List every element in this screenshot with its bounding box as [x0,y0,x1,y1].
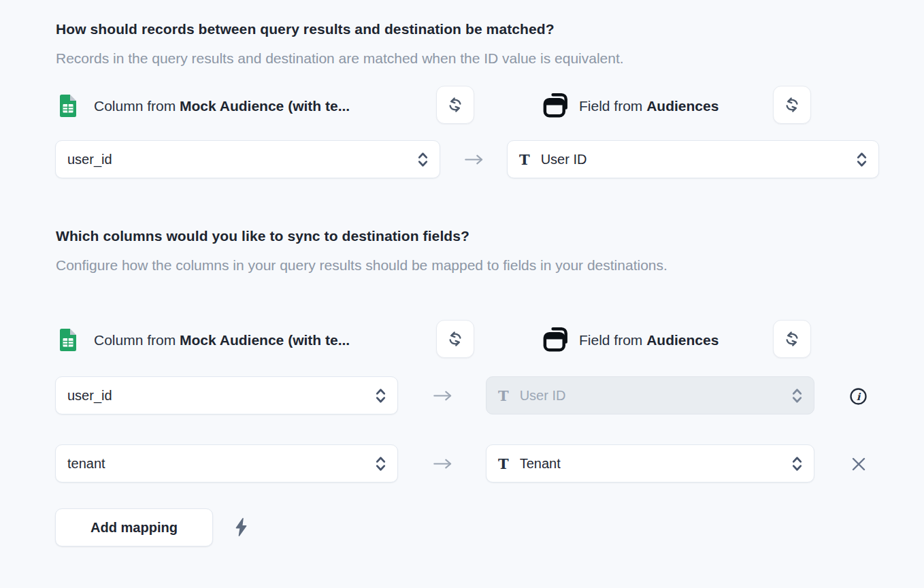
sync-row-destination-value: Tenant [520,456,561,472]
refresh-arrows-icon [446,330,464,348]
refresh-arrows-icon [783,330,801,348]
refresh-source-columns-button[interactable] [436,320,474,358]
sync-section-description: Configure how the columns in your query … [56,252,767,279]
source-column-header: Column from Mock Audience (with te... [94,330,350,350]
up-down-chevrons-icon [791,455,803,472]
sync-section-title: Which columns would you like to sync to … [56,228,469,244]
source-header-prefix: Column from [94,332,176,348]
sync-row-destination-select[interactable]: T Tenant [486,444,814,483]
up-down-chevrons-icon [375,387,386,404]
refresh-destination-fields-button[interactable] [773,86,811,124]
destination-header-name: Audiences [646,332,719,348]
locked-mapping-info-button[interactable]: i [849,387,868,406]
refresh-destination-fields-button[interactable] [773,320,811,358]
field-mapping-panel: How should records between query results… [0,0,924,588]
window-stack-icon [541,89,572,122]
up-down-chevrons-icon [856,151,868,168]
sync-row-source-value: user_id [67,388,112,404]
destination-field-header: Field from Audiences [579,330,719,350]
google-sheets-icon [60,329,76,354]
arrow-right-icon [464,154,484,165]
match-section-title: How should records between query results… [56,21,555,37]
destination-header-name: Audiences [646,98,719,114]
destination-header-prefix: Field from [579,332,642,348]
destination-field-header: Field from Audiences [579,96,719,116]
match-source-column-value: user_id [67,152,112,167]
window-stack-icon [541,323,572,357]
sync-row-destination-value: User ID [520,388,566,404]
up-down-chevrons-icon [791,387,803,404]
match-section-description: Records in the query results and destina… [56,45,804,72]
destination-header-prefix: Field from [579,98,642,114]
sync-row-source-select[interactable]: tenant [55,444,398,483]
source-header-name: Mock Audience (with te... [180,332,350,348]
google-sheets-icon [60,95,76,120]
refresh-source-columns-button[interactable] [436,86,474,124]
arrow-right-icon [433,390,453,402]
svg-text:i: i [857,391,861,402]
refresh-arrows-icon [446,96,464,114]
match-destination-field-select[interactable]: T User ID [507,140,879,178]
arrow-right-icon [433,458,453,470]
sync-row-destination-select-disabled: T User ID [486,376,814,414]
info-circle-icon: i [849,387,868,406]
close-x-icon [849,455,868,474]
suggest-mappings-button[interactable] [233,517,249,537]
sync-row-source-select[interactable]: user_id [55,376,398,414]
sync-row-source-value: tenant [67,456,105,472]
text-type-icon: T [498,387,509,404]
source-column-header: Column from Mock Audience (with te... [94,96,350,116]
up-down-chevrons-icon [375,455,386,472]
lightning-bolt-icon [233,517,249,537]
source-header-prefix: Column from [94,98,176,114]
source-header-name: Mock Audience (with te... [180,98,350,114]
add-mapping-label: Add mapping [90,520,178,536]
up-down-chevrons-icon [417,151,429,168]
text-type-icon: T [519,151,530,168]
match-source-column-select[interactable]: user_id [55,140,440,178]
refresh-arrows-icon [783,96,801,114]
text-type-icon: T [498,455,509,472]
add-mapping-button[interactable]: Add mapping [55,508,213,546]
match-destination-field-value: User ID [541,152,587,167]
remove-mapping-button[interactable] [849,455,868,474]
